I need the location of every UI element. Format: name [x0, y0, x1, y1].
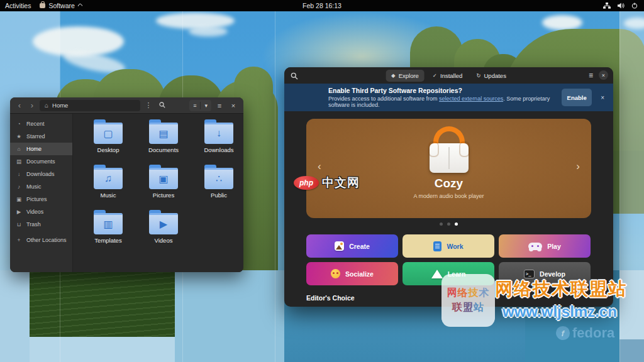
software-headerbar: ◆Explore ✓Installed ↻Updates ≡ × — [284, 67, 613, 84]
folder-pictures[interactable]: ▣Pictures — [136, 165, 191, 209]
sidebar-item-home[interactable]: ⌂Home — [10, 143, 72, 155]
carousel-dots — [306, 222, 591, 226]
carousel-prev-button[interactable]: ‹ — [318, 160, 321, 173]
folder-label: Videos — [155, 237, 173, 244]
category-label: Develop — [540, 270, 565, 278]
sidebar-item-videos[interactable]: ▶Videos — [10, 206, 72, 218]
category-label: Work — [447, 243, 463, 250]
forward-button[interactable]: › — [27, 101, 37, 111]
path-bar[interactable]: ⌂ Home — [40, 100, 140, 111]
carousel-dot-active[interactable] — [455, 222, 458, 226]
hamburger-menu-button[interactable]: ≡ — [214, 102, 225, 109]
folder-videos[interactable]: ▶Videos — [136, 211, 191, 255]
folder-icon: ♫ — [94, 168, 123, 189]
folder-desktop[interactable]: ▢Desktop — [80, 120, 136, 164]
folder-icon: ▶ — [149, 213, 178, 234]
sidebar-item-music[interactable]: ♪Music — [10, 180, 72, 193]
folder-label: Templates — [94, 237, 121, 244]
badge-char: 联 — [452, 301, 463, 314]
folder-templates[interactable]: ▥Templates — [80, 211, 136, 255]
folder-music[interactable]: ♫Music — [80, 165, 136, 209]
banner-close-button[interactable]: × — [598, 94, 607, 101]
hamburger-menu-button[interactable]: ≡ — [589, 71, 593, 80]
tab-explore[interactable]: ◆Explore — [386, 70, 425, 82]
badge-char: 站 — [474, 301, 484, 314]
category-create[interactable]: Create — [306, 234, 398, 258]
path-menu-button[interactable]: ⋮ — [143, 101, 154, 109]
category-socialize[interactable]: Socialize — [306, 262, 398, 285]
featured-app-banner[interactable]: ‹ › Cozy A modern audio book player — [306, 119, 591, 218]
documents-icon: ▤ — [16, 158, 22, 165]
sidebar-label: Starred — [26, 133, 45, 140]
folder-downloads[interactable]: ↓Downloads — [191, 120, 243, 164]
sidebar-item-documents[interactable]: ▤Documents — [10, 155, 72, 168]
activities-button[interactable]: Activities — [5, 2, 31, 9]
enable-button[interactable]: Enable — [562, 89, 592, 106]
fedora-mark-icon: f — [556, 326, 570, 340]
folder-documents[interactable]: ▤Documents — [136, 120, 191, 164]
sidebar-label: Documents — [26, 158, 55, 165]
view-toggle[interactable]: ≡ ▾ — [189, 100, 211, 111]
app-menu-label: Software — [48, 2, 74, 9]
wljslmz-badge: 网络技术 联盟站 — [441, 274, 495, 327]
badge-char: 络 — [458, 287, 469, 300]
category-play[interactable]: Play — [499, 234, 591, 258]
recent-icon: ◔ — [16, 121, 22, 127]
sidebar-label: Trash — [26, 221, 41, 228]
software-bag-icon — [40, 3, 45, 8]
files-grid: ▢Desktop ▤Documents ↓Downloads ♫Music ▣P… — [73, 114, 243, 272]
list-view-icon: ≡ — [189, 100, 200, 111]
sidebar-item-pictures[interactable]: ▣Pictures — [10, 193, 72, 206]
sidebar-item-downloads[interactable]: ↓Downloads — [10, 168, 72, 180]
home-icon: ⌂ — [45, 102, 48, 109]
category-work[interactable]: Work — [402, 234, 494, 258]
tab-installed[interactable]: ✓Installed — [427, 70, 469, 82]
fedora-logo: f fedora — [556, 325, 614, 341]
music-emblem-icon: ♫ — [94, 168, 123, 189]
sidebar-item-recent[interactable]: ◔Recent — [10, 118, 72, 130]
sidebar-label: Videos — [26, 209, 43, 215]
volume-icon — [618, 3, 625, 9]
downloads-emblem-icon: ↓ — [204, 123, 233, 144]
explore-icon: ◆ — [391, 72, 396, 79]
software-close-button[interactable]: × — [599, 70, 608, 80]
documents-emblem-icon: ▤ — [149, 123, 178, 144]
wallpaper-green-patch — [30, 272, 175, 337]
badge-char: 技 — [469, 287, 479, 300]
carousel-dot[interactable] — [447, 222, 450, 226]
home-icon: ⌂ — [16, 146, 22, 152]
files-window: ‹ › ⌂ Home ⋮ ≡ ▾ ≡ × ◔Recent ★Starred ⌂H… — [10, 97, 243, 272]
system-tray[interactable] — [603, 3, 644, 9]
folder-public[interactable]: ∴Public — [191, 165, 243, 209]
path-label: Home — [52, 102, 68, 109]
smiley-icon — [331, 269, 340, 278]
files-headerbar: ‹ › ⌂ Home ⋮ ≡ ▾ ≡ × — [10, 97, 243, 114]
tab-updates[interactable]: ↻Updates — [470, 70, 512, 82]
folder-icon: ▤ — [149, 123, 178, 144]
php-logo-icon: php — [294, 176, 319, 190]
search-icon — [291, 72, 298, 80]
trash-icon: ⊔ — [16, 221, 22, 228]
clock[interactable]: Feb 28 16:13 — [303, 2, 341, 9]
app-menu-software[interactable]: Software — [40, 2, 82, 9]
carousel-dot[interactable] — [440, 222, 443, 226]
back-button[interactable]: ‹ — [14, 101, 25, 111]
carousel-next-button[interactable]: › — [576, 160, 580, 173]
sidebar-item-trash[interactable]: ⊔Trash — [10, 218, 72, 231]
search-button[interactable] — [291, 71, 298, 82]
search-button[interactable] — [157, 102, 168, 109]
wallpaper-seam — [619, 11, 620, 362]
sidebar-label: Other Locations — [26, 237, 67, 243]
external-sources-link[interactable]: selected external sources — [439, 96, 503, 102]
star-icon: ★ — [16, 133, 22, 140]
sidebar-item-other-locations[interactable]: +Other Locations — [10, 234, 72, 246]
wallpaper-water-panel — [30, 337, 175, 362]
files-close-button[interactable]: × — [228, 102, 239, 109]
folder-label: Pictures — [153, 192, 174, 199]
sidebar-item-starred[interactable]: ★Starred — [10, 130, 72, 143]
folder-label: Public — [211, 192, 227, 199]
paint-icon — [335, 241, 344, 251]
desktop-emblem-icon: ▢ — [94, 123, 123, 144]
busy-spinner-icon — [77, 3, 83, 9]
php-site-text: 中文网 — [322, 175, 360, 191]
